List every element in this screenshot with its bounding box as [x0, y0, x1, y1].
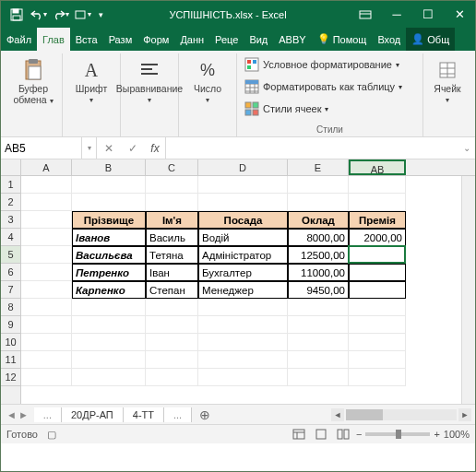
- cell[interactable]: [198, 369, 288, 386]
- cells-area[interactable]: ПрізвищеІм'яПосадаОкладПреміяІвановВасил…: [21, 176, 475, 404]
- row-header[interactable]: 4: [1, 229, 20, 246]
- table-data-cell[interactable]: Іван: [146, 264, 198, 281]
- redo-icon[interactable]: ▾: [51, 5, 71, 25]
- table-header-cell[interactable]: Ім'я: [146, 211, 198, 229]
- cell[interactable]: [146, 316, 198, 334]
- cell[interactable]: [198, 334, 288, 351]
- table-data-cell[interactable]: Тетяна: [146, 246, 198, 264]
- sheet-tab-2[interactable]: 4-ТТ: [124, 407, 164, 422]
- cell[interactable]: [349, 299, 406, 316]
- column-header[interactable]: D: [198, 159, 288, 175]
- column-header[interactable]: AB: [349, 159, 406, 175]
- zoom-in-button[interactable]: +: [434, 429, 439, 440]
- table-data-cell[interactable]: Василь: [146, 229, 198, 246]
- table-data-cell[interactable]: Степан: [146, 281, 198, 299]
- table-data-cell[interactable]: 2000,00: [349, 229, 406, 246]
- zoom-level[interactable]: 100%: [444, 429, 470, 440]
- cell[interactable]: [349, 316, 406, 334]
- cell[interactable]: [288, 299, 349, 316]
- font-button[interactable]: A Шрифт ▾: [66, 55, 116, 104]
- row-header[interactable]: 5: [1, 246, 20, 264]
- cell[interactable]: [21, 246, 72, 264]
- cell[interactable]: [288, 351, 349, 369]
- qat-customize-icon[interactable]: ▾: [95, 5, 106, 25]
- column-header[interactable]: E: [288, 159, 349, 175]
- cell[interactable]: [349, 334, 406, 351]
- column-header[interactable]: C: [146, 159, 198, 175]
- cell[interactable]: [198, 194, 288, 211]
- table-data-cell[interactable]: Карпенко: [72, 281, 146, 299]
- close-button[interactable]: ✕: [444, 1, 475, 28]
- cell[interactable]: [72, 299, 146, 316]
- name-box-dropdown[interactable]: ▾: [82, 137, 97, 159]
- cell[interactable]: [349, 351, 406, 369]
- sheet-tab-dots2[interactable]: ...: [164, 407, 192, 422]
- cell[interactable]: [72, 176, 146, 194]
- row-header[interactable]: 8: [1, 299, 20, 316]
- formula-bar[interactable]: [165, 137, 458, 159]
- view-page-layout-icon[interactable]: [312, 427, 330, 442]
- save-icon[interactable]: [6, 5, 27, 25]
- horizontal-scrollbar[interactable]: ◄ ►: [218, 408, 475, 421]
- tab-view[interactable]: Вид: [244, 28, 273, 51]
- macro-record-icon[interactable]: ▢: [47, 429, 56, 441]
- table-data-cell[interactable]: 8000,00: [288, 229, 349, 246]
- select-all-corner[interactable]: [1, 159, 21, 175]
- cell[interactable]: [72, 351, 146, 369]
- table-header-cell[interactable]: Оклад: [288, 211, 349, 229]
- cell[interactable]: [198, 176, 288, 194]
- tell-me[interactable]: 💡Помощ: [312, 28, 373, 51]
- view-page-break-icon[interactable]: [334, 427, 352, 442]
- row-header[interactable]: 12: [1, 369, 20, 386]
- row-header[interactable]: 2: [1, 194, 20, 211]
- cell[interactable]: [21, 299, 72, 316]
- cell[interactable]: [21, 369, 72, 386]
- cell[interactable]: [146, 176, 198, 194]
- cell[interactable]: [288, 369, 349, 386]
- enter-formula-icon[interactable]: ✓: [121, 137, 145, 159]
- new-sheet-button[interactable]: ⊕: [192, 407, 218, 422]
- sheet-next-icon[interactable]: ►: [18, 409, 29, 420]
- table-data-cell[interactable]: Адміністратор: [198, 246, 288, 264]
- sheet-prev-icon[interactable]: ◄: [6, 409, 17, 420]
- maximize-button[interactable]: ☐: [412, 1, 444, 28]
- ribbon-options-icon[interactable]: [350, 1, 381, 28]
- row-header[interactable]: 10: [1, 334, 20, 351]
- cell[interactable]: [21, 316, 72, 334]
- share-button[interactable]: 👤Общ: [406, 28, 455, 51]
- row-header[interactable]: 3: [1, 211, 20, 229]
- fx-icon[interactable]: fx: [145, 137, 165, 159]
- sheet-tab-1[interactable]: 20ДР-АП: [62, 407, 124, 422]
- tab-layout[interactable]: Разм: [103, 28, 138, 51]
- table-data-cell[interactable]: Петренко: [72, 264, 146, 281]
- hscroll-right-icon[interactable]: ►: [458, 408, 471, 421]
- cell[interactable]: [21, 176, 72, 194]
- undo-icon[interactable]: ▾: [29, 5, 49, 25]
- formula-bar-expand-icon[interactable]: ⌄: [458, 137, 475, 159]
- cell[interactable]: [72, 369, 146, 386]
- sheet-tab-dots[interactable]: ...: [34, 407, 62, 422]
- alignment-button[interactable]: Выравнивание ▾: [125, 55, 174, 104]
- table-data-cell[interactable]: Бухгалтер: [198, 264, 288, 281]
- cell[interactable]: [21, 194, 72, 211]
- format-as-table-button[interactable]: Форматировать как таблицу ▾: [241, 77, 419, 96]
- view-normal-icon[interactable]: [290, 427, 308, 442]
- tab-insert[interactable]: Вста: [70, 28, 103, 51]
- number-button[interactable]: % Число ▾: [183, 55, 232, 104]
- table-data-cell[interactable]: [349, 264, 406, 281]
- signin-link[interactable]: Вход: [372, 28, 406, 51]
- cell[interactable]: [21, 211, 72, 229]
- cell[interactable]: [21, 264, 72, 281]
- cell[interactable]: [72, 334, 146, 351]
- row-header[interactable]: 6: [1, 264, 20, 281]
- cell[interactable]: [198, 299, 288, 316]
- column-header[interactable]: A: [21, 159, 72, 175]
- minimize-button[interactable]: ─: [381, 1, 412, 28]
- cell[interactable]: [21, 334, 72, 351]
- cell[interactable]: [288, 194, 349, 211]
- cells-button[interactable]: Ячейк ▾: [427, 55, 468, 104]
- row-header[interactable]: 1: [1, 176, 20, 194]
- cell[interactable]: [21, 351, 72, 369]
- vertical-scrollbar[interactable]: [461, 176, 475, 404]
- cell[interactable]: [349, 194, 406, 211]
